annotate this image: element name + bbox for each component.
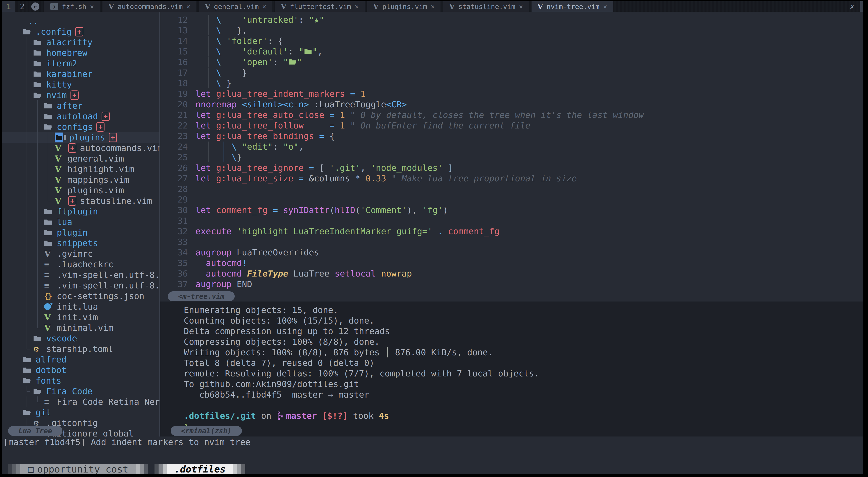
code-line-12[interactable]: 12 │ \ 'untracked': "★" xyxy=(160,14,863,25)
tree-item-autoload[interactable]: autoload+ xyxy=(2,111,159,122)
tree-item-starship.toml[interactable]: ⚙starship.toml xyxy=(2,344,159,354)
tree-item-Fira-Code-Retina-Ner[interactable]: ≡Fira Code Retina Ner xyxy=(2,397,159,407)
token: augroup xyxy=(195,279,231,289)
code-line-21[interactable]: 21let g:lua_tree_auto_close = 1 " 0 by d… xyxy=(160,110,863,120)
editor-buffer-pill[interactable]: <m-tree.vim xyxy=(168,292,235,301)
tab-fzf.sh[interactable]: ❯fzf.sh× xyxy=(44,1,100,12)
tree-item-plugin[interactable]: plugin xyxy=(2,227,159,238)
code-line-37[interactable]: 37augroup END xyxy=(160,279,863,289)
code-line-14[interactable]: 14 │ \ 'folder': { xyxy=(160,36,863,46)
tree-item-general.vim[interactable]: Vgeneral.vim xyxy=(2,153,159,164)
tabbar-end-strip xyxy=(860,1,863,12)
tab-close-icon[interactable]: × xyxy=(519,3,523,10)
tree-item-init.vim[interactable]: Vinit.vim xyxy=(2,312,159,322)
close-all-icon[interactable]: ✗ xyxy=(844,2,860,11)
tree-item-statusline.vim[interactable]: V+statusline.vim xyxy=(2,196,159,206)
tab-autocommands.vim[interactable]: Vautocommands.vim× xyxy=(102,1,196,12)
tree-item-snippets[interactable]: snippets xyxy=(2,238,159,248)
tab-nvim-tree.vim[interactable]: Vnvim-tree.vim× xyxy=(531,1,613,12)
editor-window[interactable]: 12 │ \ 'untracked': "★"13 │ \ },14 │ \ '… xyxy=(160,12,863,302)
tab-close-icon[interactable]: × xyxy=(431,3,435,10)
code-line-17[interactable]: 17 │ \ } xyxy=(160,67,863,78)
token xyxy=(293,173,299,183)
code-line-30[interactable]: 30let comment_fg = synIDattr(hlID('Comme… xyxy=(160,205,863,215)
tab-general.vim[interactable]: Vgeneral.vim× xyxy=(199,1,272,12)
tree-item-karabiner[interactable]: karabiner xyxy=(2,69,159,79)
tree-item-ftplugin[interactable]: ftplugin xyxy=(2,206,159,217)
code-line-22[interactable]: 22let g:lua_tree_follow = 1 " On bufEnte… xyxy=(160,120,863,131)
token: \ xyxy=(216,15,221,25)
code-line-18[interactable]: 18 │ \ } xyxy=(160,78,863,89)
tree-item-plugins.vim[interactable]: Vplugins.vim xyxy=(2,185,159,196)
code-line-25[interactable]: 25 │ │ \} xyxy=(160,152,863,163)
terminal-window[interactable]: Enumerating objects: 15, done.Counting o… xyxy=(160,302,863,437)
history-back-icon[interactable]: ← xyxy=(31,2,39,10)
tree-item-coc-settings.json[interactable]: {}coc-settings.json xyxy=(2,291,159,301)
code-line-27[interactable]: 27let g:lua_tree_size = &columns * 0.33 … xyxy=(160,173,863,183)
code-line-33[interactable]: 33 xyxy=(160,236,863,247)
tree-item-.config[interactable]: .config+ xyxy=(2,26,159,37)
tree-item-lua[interactable]: lua xyxy=(2,217,159,227)
tree-item-Fira-Code[interactable]: Fira Code xyxy=(2,386,159,397)
tree-item-.vim-spell-en.utf-8.[interactable]: ≡.vim-spell-en.utf-8. xyxy=(2,280,159,291)
token xyxy=(195,142,206,151)
code-line-26[interactable]: 26let g:lua_tree_ignore = [ '.git', 'nod… xyxy=(160,163,863,173)
tab-close-icon[interactable]: × xyxy=(355,3,359,10)
tree-item-fonts[interactable]: fonts xyxy=(2,375,159,386)
workspace-1[interactable]: 1 xyxy=(2,1,15,12)
tree-item-configs[interactable]: configs+ xyxy=(2,122,159,132)
tree-item-homebrew[interactable]: homebrew xyxy=(2,47,159,58)
tree-item-after[interactable]: after xyxy=(2,100,159,111)
tree-item-alfred[interactable]: alfred xyxy=(2,354,159,365)
tree-item-mappings.vim[interactable]: Vmappings.vim xyxy=(2,174,159,185)
tree-item-label: .vim-spell-en.utf-8. xyxy=(57,270,159,280)
tree-item-kitty[interactable]: kitty xyxy=(2,79,159,90)
code-line-13[interactable]: 13 │ \ }, xyxy=(160,25,863,36)
tab-close-icon[interactable]: × xyxy=(262,3,267,10)
prompt-cursor-line[interactable]: ❯ xyxy=(184,421,863,432)
tree-item-..[interactable]: .. xyxy=(2,16,159,26)
code-line-28[interactable]: 28 xyxy=(160,183,863,194)
tree-item-vscode[interactable]: vscode xyxy=(2,333,159,344)
tree-item-nvim[interactable]: nvim+ xyxy=(2,90,159,100)
indent-guide xyxy=(23,259,34,270)
workspace-2[interactable]: 2 xyxy=(15,1,29,12)
sidebar-buffer-pill[interactable]: Lua Tree xyxy=(8,426,62,436)
tmux-window-opportunity_cost[interactable]: □opportunity_cost xyxy=(8,464,148,474)
tree-item-minimal.vim[interactable]: Vminimal.vim xyxy=(2,322,159,333)
tree-item-autocommands.vim[interactable]: V+autocommands.vim xyxy=(2,143,159,153)
tree-item-dotbot[interactable]: dotbot xyxy=(2,365,159,375)
tab-close-icon[interactable]: × xyxy=(603,3,607,10)
code-line-34[interactable]: 34augroup LuaTreeOverrides xyxy=(160,247,863,258)
tree-item-.vim-spell-en.utf-8.[interactable]: ≡.vim-spell-en.utf-8. xyxy=(2,270,159,280)
code-line-29[interactable]: 29 xyxy=(160,194,863,205)
tree-item-alacritty[interactable]: alacritty xyxy=(2,37,159,47)
code-line-16[interactable]: 16 │ \ 'open': "" xyxy=(160,57,863,67)
code-line-35[interactable]: 35 autocmd! xyxy=(160,258,863,268)
tab-close-icon[interactable]: × xyxy=(90,3,94,10)
tree-item-init.lua[interactable]: init.lua xyxy=(2,301,159,312)
tab-statusline.vim[interactable]: Vstatusline.vim× xyxy=(443,1,529,12)
tree-item-iterm2[interactable]: iterm2 xyxy=(2,58,159,69)
code-line-23[interactable]: 23let g:lua_tree_bindings = { xyxy=(160,131,863,141)
tree-item-label: dotbot xyxy=(36,365,66,375)
tab-fluttertest.vim[interactable]: Vfluttertest.vim× xyxy=(275,1,365,12)
tab-plugins.vim[interactable]: Vplugins.vim× xyxy=(367,1,441,12)
tree-item-git[interactable]: git xyxy=(2,407,159,418)
tab-close-icon[interactable]: × xyxy=(186,3,190,10)
code-line-20[interactable]: 20nnoremap <silent><c-n> :LuaTreeToggle<… xyxy=(160,99,863,110)
tree-item-.gvimrc[interactable]: V.gvimrc xyxy=(2,248,159,259)
tree-item-highlight.vim[interactable]: Vhighlight.vim xyxy=(2,164,159,174)
token xyxy=(195,15,206,25)
code-line-32[interactable]: 32execute 'highlight LuaTreeIndentMarker… xyxy=(160,226,863,236)
tree-item-plugins[interactable]: plugins+ xyxy=(2,132,159,143)
code-line-15[interactable]: 15 │ \ 'default': "", xyxy=(160,46,863,57)
terminal-buffer-pill[interactable]: <rminal(zsh) xyxy=(171,426,242,436)
code-line-24[interactable]: 24 │ │ \ "edit": "o", xyxy=(160,141,863,152)
git-branch-icon xyxy=(277,411,284,420)
code-line-36[interactable]: 36 autocmd FileType LuaTree setlocal now… xyxy=(160,268,863,279)
tree-item-.luacheckrc[interactable]: ≡.luacheckrc xyxy=(2,259,159,270)
tmux-window-.dotfiles[interactable]: .dotfiles xyxy=(155,464,246,474)
code-line-31[interactable]: 31 xyxy=(160,215,863,226)
code-line-19[interactable]: 19let g:lua_tree_indent_markers = 1 xyxy=(160,89,863,99)
